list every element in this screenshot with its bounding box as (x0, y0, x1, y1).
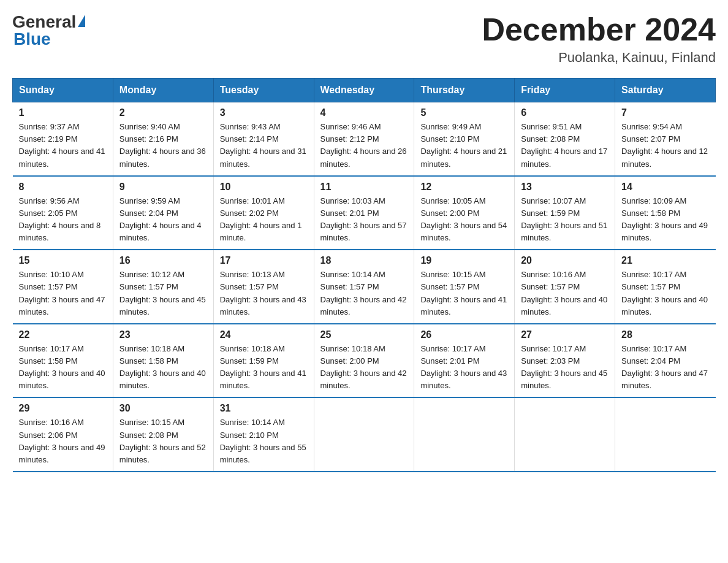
calendar-cell: 5Sunrise: 9:49 AMSunset: 2:10 PMDaylight… (414, 102, 515, 176)
day-number: 7 (621, 107, 709, 118)
calendar-cell (414, 397, 515, 472)
calendar-cell: 23Sunrise: 10:18 AMSunset: 1:58 PMDaylig… (113, 324, 213, 398)
calendar-cell: 25Sunrise: 10:18 AMSunset: 2:00 PMDaylig… (314, 324, 414, 398)
calendar-cell: 19Sunrise: 10:15 AMSunset: 1:57 PMDaylig… (414, 250, 515, 324)
day-number: 5 (420, 107, 508, 118)
day-number: 28 (621, 329, 709, 340)
day-info: Sunrise: 10:17 AMSunset: 1:58 PMDaylight… (19, 343, 107, 393)
weekday-header-saturday: Saturday (615, 79, 716, 102)
calendar-cell (615, 397, 716, 472)
day-info: Sunrise: 10:05 AMSunset: 2:00 PMDaylight… (420, 195, 508, 245)
day-number: 31 (220, 403, 308, 414)
calendar-cell (515, 397, 615, 472)
day-info: Sunrise: 9:46 AMSunset: 2:12 PMDaylight:… (320, 121, 408, 170)
title-section: December 2024 Puolanka, Kainuu, Finland (482, 12, 716, 66)
day-info: Sunrise: 10:18 AMSunset: 1:59 PMDaylight… (220, 343, 308, 393)
day-info: Sunrise: 10:14 AMSunset: 1:57 PMDaylight… (320, 269, 408, 318)
page-header: General Blue December 2024 Puolanka, Kai… (12, 12, 716, 66)
calendar-cell: 11Sunrise: 10:03 AMSunset: 2:01 PMDaylig… (314, 176, 414, 250)
calendar-cell: 12Sunrise: 10:05 AMSunset: 2:00 PMDaylig… (414, 176, 515, 250)
calendar-cell: 16Sunrise: 10:12 AMSunset: 1:57 PMDaylig… (113, 250, 213, 324)
weekday-header-monday: Monday (113, 79, 213, 102)
day-number: 27 (521, 329, 609, 340)
day-number: 18 (320, 255, 408, 266)
calendar-cell: 15Sunrise: 10:10 AMSunset: 1:57 PMDaylig… (13, 250, 113, 324)
day-number: 20 (521, 255, 609, 266)
calendar-cell: 28Sunrise: 10:17 AMSunset: 2:04 PMDaylig… (615, 324, 716, 398)
calendar-week-row: 15Sunrise: 10:10 AMSunset: 1:57 PMDaylig… (13, 250, 716, 324)
day-number: 26 (420, 329, 508, 340)
month-title: December 2024 (482, 12, 716, 47)
day-info: Sunrise: 9:43 AMSunset: 2:14 PMDaylight:… (220, 121, 308, 170)
day-info: Sunrise: 10:17 AMSunset: 2:04 PMDaylight… (621, 343, 709, 393)
day-number: 14 (621, 182, 709, 193)
day-number: 15 (19, 255, 107, 266)
calendar-table: SundayMondayTuesdayWednesdayThursdayFrid… (12, 78, 716, 472)
day-info: Sunrise: 10:07 AMSunset: 1:59 PMDaylight… (521, 195, 609, 245)
day-number: 17 (220, 255, 308, 266)
day-number: 23 (119, 329, 207, 340)
weekday-header-friday: Friday (515, 79, 615, 102)
day-info: Sunrise: 10:13 AMSunset: 1:57 PMDaylight… (220, 269, 308, 318)
day-number: 24 (220, 329, 308, 340)
day-info: Sunrise: 10:16 AMSunset: 1:57 PMDaylight… (521, 269, 609, 318)
weekday-header-thursday: Thursday (414, 79, 515, 102)
day-number: 21 (621, 255, 709, 266)
calendar-header-row: SundayMondayTuesdayWednesdayThursdayFrid… (13, 79, 716, 102)
day-info: Sunrise: 10:18 AMSunset: 2:00 PMDaylight… (320, 343, 408, 393)
calendar-cell: 4Sunrise: 9:46 AMSunset: 2:12 PMDaylight… (314, 102, 414, 176)
calendar-cell: 6Sunrise: 9:51 AMSunset: 2:08 PMDaylight… (515, 102, 615, 176)
day-info: Sunrise: 10:10 AMSunset: 1:57 PMDaylight… (19, 269, 107, 318)
calendar-cell: 31Sunrise: 10:14 AMSunset: 2:10 PMDaylig… (213, 397, 314, 472)
calendar-cell (314, 397, 414, 472)
day-info: Sunrise: 10:15 AMSunset: 2:08 PMDaylight… (119, 416, 207, 466)
calendar-week-row: 8Sunrise: 9:56 AMSunset: 2:05 PMDaylight… (13, 176, 716, 250)
calendar-cell: 8Sunrise: 9:56 AMSunset: 2:05 PMDaylight… (13, 176, 113, 250)
day-info: Sunrise: 9:54 AMSunset: 2:07 PMDaylight:… (621, 121, 709, 170)
location-title: Puolanka, Kainuu, Finland (482, 50, 716, 66)
logo-blue-text: Blue (12, 29, 51, 49)
day-number: 2 (119, 107, 207, 118)
calendar-cell: 18Sunrise: 10:14 AMSunset: 1:57 PMDaylig… (314, 250, 414, 324)
calendar-cell: 21Sunrise: 10:17 AMSunset: 1:57 PMDaylig… (615, 250, 716, 324)
day-info: Sunrise: 10:17 AMSunset: 2:03 PMDaylight… (521, 343, 609, 393)
day-number: 19 (420, 255, 508, 266)
day-number: 4 (320, 107, 408, 118)
weekday-header-wednesday: Wednesday (314, 79, 414, 102)
day-info: Sunrise: 9:49 AMSunset: 2:10 PMDaylight:… (420, 121, 508, 170)
calendar-cell: 13Sunrise: 10:07 AMSunset: 1:59 PMDaylig… (515, 176, 615, 250)
day-info: Sunrise: 9:40 AMSunset: 2:16 PMDaylight:… (119, 121, 207, 170)
logo-triangle-icon (78, 15, 85, 27)
day-number: 9 (119, 182, 207, 193)
day-number: 22 (19, 329, 107, 340)
weekday-header-tuesday: Tuesday (213, 79, 314, 102)
weekday-header-sunday: Sunday (13, 79, 113, 102)
day-info: Sunrise: 10:18 AMSunset: 1:58 PMDaylight… (119, 343, 207, 393)
day-info: Sunrise: 10:14 AMSunset: 2:10 PMDaylight… (220, 416, 308, 466)
day-number: 10 (220, 182, 308, 193)
calendar-cell: 9Sunrise: 9:59 AMSunset: 2:04 PMDaylight… (113, 176, 213, 250)
day-info: Sunrise: 10:17 AMSunset: 1:57 PMDaylight… (621, 269, 709, 318)
calendar-cell: 24Sunrise: 10:18 AMSunset: 1:59 PMDaylig… (213, 324, 314, 398)
day-number: 3 (220, 107, 308, 118)
calendar-cell: 27Sunrise: 10:17 AMSunset: 2:03 PMDaylig… (515, 324, 615, 398)
day-number: 12 (420, 182, 508, 193)
day-number: 25 (320, 329, 408, 340)
day-info: Sunrise: 10:09 AMSunset: 1:58 PMDaylight… (621, 195, 709, 245)
calendar-week-row: 29Sunrise: 10:16 AMSunset: 2:06 PMDaylig… (13, 397, 716, 472)
calendar-cell: 20Sunrise: 10:16 AMSunset: 1:57 PMDaylig… (515, 250, 615, 324)
calendar-cell: 10Sunrise: 10:01 AMSunset: 2:02 PMDaylig… (213, 176, 314, 250)
day-info: Sunrise: 10:03 AMSunset: 2:01 PMDaylight… (320, 195, 408, 245)
day-info: Sunrise: 10:16 AMSunset: 2:06 PMDaylight… (19, 416, 107, 466)
calendar-week-row: 22Sunrise: 10:17 AMSunset: 1:58 PMDaylig… (13, 324, 716, 398)
day-number: 8 (19, 182, 107, 193)
day-number: 1 (19, 107, 107, 118)
day-info: Sunrise: 10:15 AMSunset: 1:57 PMDaylight… (420, 269, 508, 318)
day-number: 6 (521, 107, 609, 118)
calendar-cell: 26Sunrise: 10:17 AMSunset: 2:01 PMDaylig… (414, 324, 515, 398)
calendar-cell: 22Sunrise: 10:17 AMSunset: 1:58 PMDaylig… (13, 324, 113, 398)
calendar-cell: 7Sunrise: 9:54 AMSunset: 2:07 PMDaylight… (615, 102, 716, 176)
day-info: Sunrise: 10:17 AMSunset: 2:01 PMDaylight… (420, 343, 508, 393)
calendar-cell: 29Sunrise: 10:16 AMSunset: 2:06 PMDaylig… (13, 397, 113, 472)
day-number: 30 (119, 403, 207, 414)
